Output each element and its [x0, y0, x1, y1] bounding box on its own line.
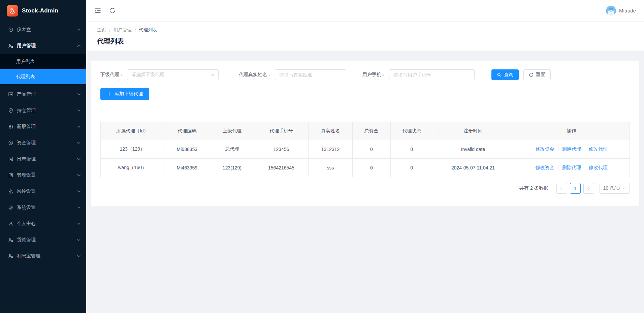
table-cell: 0	[390, 140, 433, 159]
sidebar-item-funds-management[interactable]: $资金管理	[0, 135, 86, 151]
agents-table: 所属代理（Id）代理编码上级代理代理手机号真实姓名总资金代理状态注册时间操作 1…	[100, 122, 630, 177]
next-page-button[interactable]	[583, 183, 594, 194]
sidebar-item-user-management[interactable]: 用户管理	[0, 38, 86, 54]
column-header: 代理手机号	[254, 122, 309, 140]
column-header: 操作	[513, 122, 630, 140]
table-cell: 123(129)	[210, 159, 254, 177]
table-cell: sss	[309, 159, 352, 177]
page-header: 主页/用户管理/代理列表 代理列表	[86, 22, 644, 51]
refresh-icon[interactable]	[109, 7, 116, 14]
user-search-icon	[8, 253, 13, 259]
breadcrumb-item[interactable]: 主页	[97, 27, 106, 33]
logo: Stock-Admin	[0, 0, 86, 22]
menu-fold-icon[interactable]	[94, 8, 101, 13]
page-size-select[interactable]: 10 条/页	[600, 183, 630, 194]
sidebar-item-label: 持仓管理	[17, 107, 77, 114]
sidebar-item-label: 系统设置	[17, 205, 77, 211]
phone-input[interactable]	[389, 69, 475, 80]
dollar-circle-icon: $	[8, 140, 13, 146]
log-search-icon	[8, 156, 13, 162]
chevron-down-icon	[77, 29, 80, 31]
modify-agent-link[interactable]: 修改代理	[589, 165, 608, 170]
sidebar-item-position-management[interactable]: 持仓管理	[0, 102, 86, 119]
app-logo-icon	[7, 5, 18, 17]
filter-buttons: 查询 重置	[491, 69, 551, 80]
chevron-up-icon	[77, 45, 80, 47]
modify-agent-link[interactable]: 修改代理	[589, 146, 608, 152]
column-header: 上级代理	[210, 122, 254, 140]
sidebar-item-label: 用户管理	[17, 43, 77, 49]
reset-icon	[529, 72, 534, 77]
sidebar-subitem-user-list[interactable]: 用户列表	[0, 54, 86, 69]
op-divider	[585, 165, 585, 170]
table-cell: 1564216545	[254, 159, 309, 177]
search-button[interactable]: 查询	[491, 69, 519, 80]
chevron-down-icon	[77, 207, 80, 209]
reset-button-label: 重置	[536, 72, 545, 78]
user-search-icon	[8, 43, 13, 49]
topbar: Mitrade	[86, 0, 644, 22]
sidebar-item-label: 产品管理	[17, 91, 77, 97]
sidebar-item-admin-settings[interactable]: 管理设置	[0, 167, 86, 183]
table-cell: Mi463959	[164, 159, 210, 177]
prev-page-button[interactable]	[556, 183, 567, 194]
op-divider	[558, 147, 558, 151]
user-menu[interactable]: Mitrade	[606, 6, 636, 16]
sidebar-subitem-agent-list[interactable]: 代理列表	[0, 69, 86, 84]
table-cell: 0	[352, 140, 390, 159]
column-header: 代理编码	[164, 122, 210, 140]
filter-bar: 下级代理： 请选择下级代理 代理真实姓名： 用户手机： 查询	[100, 69, 630, 80]
current-page[interactable]: 1	[570, 183, 581, 194]
sidebar-item-interest-management[interactable]: 利息宝管理	[0, 248, 86, 264]
table-header-row: 所属代理（Id）代理编码上级代理代理手机号真实姓名总资金代理状态注册时间操作	[101, 122, 630, 140]
chevron-down-icon	[623, 187, 626, 190]
reset-button[interactable]: 重置	[523, 69, 551, 80]
modify-funds-link[interactable]: 修改资金	[536, 165, 554, 170]
real-name-input[interactable]	[275, 69, 346, 80]
user-icon	[8, 221, 13, 226]
sidebar-item-product-management[interactable]: 产品管理	[0, 86, 86, 102]
modify-funds-link[interactable]: 修改资金	[536, 146, 554, 152]
op-divider	[585, 147, 585, 151]
gear-icon	[8, 205, 13, 210]
add-agent-button[interactable]: 添加下级代理	[100, 88, 149, 100]
user-avatar-icon	[606, 6, 616, 16]
dashboard-icon	[8, 27, 13, 32]
sidebar-item-ipo-management[interactable]: 新股管理	[0, 119, 86, 135]
app-title: Stock-Admin	[22, 7, 58, 14]
breadcrumb-item[interactable]: 用户管理	[114, 27, 132, 33]
sidebar-item-log-management[interactable]: 日志管理	[0, 151, 86, 167]
chevron-down-icon	[77, 255, 80, 257]
ops-cell: 修改资金删除代理修改代理	[513, 140, 630, 159]
sidebar-item-profile-center[interactable]: 个人中心	[0, 216, 86, 232]
sidebar-item-label: 管理设置	[17, 172, 77, 178]
agent-select[interactable]: 请选择下级代理	[127, 69, 219, 80]
table-cell: 123（129）	[101, 140, 164, 159]
chevron-down-icon	[77, 174, 80, 176]
search-icon	[497, 72, 502, 77]
chevron-down-icon	[77, 142, 80, 144]
table-cell: 0	[390, 159, 433, 177]
sidebar-item-label: 贷款管理	[17, 237, 77, 243]
sidebar-item-loan-management[interactable]: 贷款管理	[0, 232, 86, 248]
warning-triangle-icon	[8, 189, 13, 194]
table-cell: Mi638353	[164, 140, 210, 159]
candlestick-icon	[8, 124, 13, 129]
search-button-label: 查询	[504, 72, 513, 78]
sidebar-item-system-settings[interactable]: 系统设置	[0, 199, 86, 216]
chevron-left-icon	[560, 187, 563, 190]
sidebar-menu: 仪表盘用户管理用户列表代理列表产品管理持仓管理新股管理$资金管理日志管理管理设置…	[0, 22, 86, 313]
sidebar-item-label: 仪表盘	[17, 27, 77, 33]
breadcrumb-item: 代理列表	[139, 27, 157, 33]
user-name[interactable]: Mitrade	[619, 8, 636, 13]
sidebar-item-dashboard[interactable]: 仪表盘	[0, 22, 86, 38]
chevron-down-icon	[77, 190, 80, 192]
add-row: 添加下级代理	[100, 80, 630, 100]
delete-agent-link[interactable]: 删除代理	[562, 165, 581, 170]
sidebar-item-label: 资金管理	[17, 140, 77, 146]
content-card: 下级代理： 请选择下级代理 代理真实姓名： 用户手机： 查询	[91, 61, 639, 206]
agent-select-label: 下级代理：	[100, 72, 124, 78]
delete-agent-link[interactable]: 删除代理	[562, 146, 581, 152]
user-search-icon	[8, 237, 13, 243]
sidebar-item-risk-settings[interactable]: 风控设置	[0, 183, 86, 199]
